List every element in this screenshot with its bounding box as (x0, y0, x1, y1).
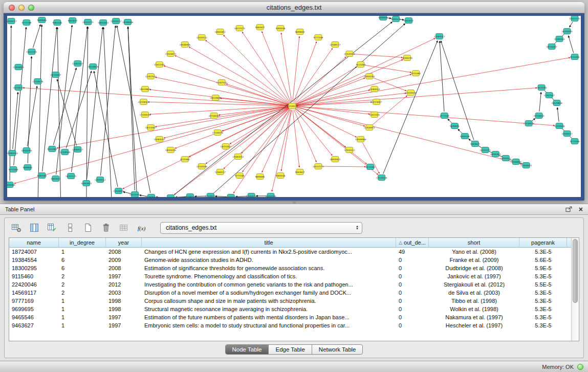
graph-node[interactable]: 18519826 (88, 64, 99, 70)
column-header-short[interactable]: short (429, 238, 519, 247)
network-canvas[interactable]: 1724957618724007193845541830029591154602… (7, 15, 581, 198)
graph-node[interactable]: 22420046 (554, 123, 565, 129)
table-row[interactable]: 1872400712008Changes of HCN gene express… (9, 248, 571, 256)
show-columns-icon[interactable] (28, 221, 41, 234)
graph-node[interactable]: 9699695 (378, 16, 388, 20)
graph-node[interactable]: 9777169 (570, 139, 580, 144)
delete-icon[interactable] (99, 221, 113, 234)
graph-node[interactable]: 19384554 (7, 150, 18, 156)
graph-node[interactable]: 20728104 (185, 194, 196, 198)
graph-node[interactable]: 14569117 (434, 34, 445, 39)
minimize-window-button[interactable] (18, 5, 25, 11)
graph-node[interactable]: 9777169 (9, 167, 18, 172)
graph-node[interactable]: 9777169 (440, 113, 449, 119)
table-mode-icon[interactable] (10, 221, 23, 234)
table-row[interactable]: 977716911998Corpus callosum shape and si… (9, 297, 571, 305)
graph-node[interactable]: 9115460 (365, 164, 375, 170)
graph-node[interactable]: 17249576 (524, 121, 535, 126)
graph-node[interactable]: 21926974 (364, 125, 375, 130)
column-header-title[interactable]: title (142, 238, 396, 247)
graph-node[interactable]: 16157275 (82, 19, 94, 25)
graph-node[interactable]: 9463627 (255, 25, 265, 30)
graph-node[interactable]: 18945822 (98, 20, 109, 26)
new-column-icon[interactable] (46, 221, 59, 234)
graph-node[interactable]: 9115460 (570, 54, 580, 60)
graph-node[interactable]: 18945822 (215, 29, 226, 35)
graph-node[interactable]: 9777169 (22, 20, 32, 26)
graph-node[interactable]: 11007547 (145, 74, 157, 79)
graph-node[interactable]: 14569117 (7, 18, 17, 24)
table-row[interactable]: 969969511998Structural magnetic resonanc… (9, 305, 571, 313)
graph-node[interactable]: 9463627 (51, 176, 61, 182)
graph-node[interactable]: 9463627 (68, 18, 77, 24)
scrollbar-thumb[interactable] (573, 239, 578, 303)
graph-node[interactable]: 20728104 (13, 85, 24, 91)
graph-node[interactable]: 9465546 (276, 173, 286, 179)
graph-node[interactable]: 9699695 (23, 165, 33, 170)
graph-node[interactable]: 19384554 (154, 137, 165, 142)
graph-node[interactable]: 18300295 (364, 74, 375, 79)
graph-node[interactable]: 15672591 (536, 85, 547, 91)
graph-node[interactable]: 16157275 (234, 26, 246, 31)
graph-node[interactable]: 15672591 (154, 62, 165, 68)
graph-node[interactable]: 9465546 (276, 26, 286, 31)
graph-node[interactable]: 20728104 (138, 99, 149, 105)
graph-node[interactable]: 12034512 (197, 35, 208, 40)
graph-node[interactable]: 16157275 (313, 164, 324, 169)
graph-node[interactable]: 21926974 (165, 51, 177, 57)
graph-node[interactable]: 9465546 (460, 134, 470, 139)
graph-node[interactable]: 17249576 (140, 112, 151, 118)
graph-node[interactable]: 16157275 (66, 173, 77, 179)
graph-node[interactable]: 18945822 (490, 151, 502, 157)
graph-node[interactable]: 19384554 (246, 193, 257, 198)
graph-node[interactable]: 17249576 (205, 193, 216, 198)
graph-node[interactable]: 17249576 (32, 79, 43, 84)
graph-node[interactable]: 11007547 (146, 194, 157, 198)
graph-node[interactable]: 21926974 (113, 188, 124, 194)
graph-node[interactable]: 12034512 (344, 147, 355, 153)
graph-node[interactable]: 9115460 (48, 146, 57, 152)
graph-node[interactable]: 18724007 (226, 194, 237, 198)
graph-node[interactable]: 22420046 (405, 90, 417, 96)
new-document-icon[interactable] (81, 221, 95, 234)
graph-node[interactable]: 9777169 (235, 173, 245, 179)
column-header-in_degree[interactable]: in_degree (59, 238, 106, 247)
graph-node[interactable]: 9699695 (450, 123, 460, 129)
graph-node[interactable]: 19506906 (180, 42, 191, 48)
graph-node[interactable]: 11007547 (216, 80, 228, 85)
table-row[interactable]: 946362711997Embryonic stem cells: a mode… (9, 321, 571, 330)
graph-node[interactable]: 14569117 (561, 131, 573, 137)
tab-edge-table[interactable]: Edge Table (268, 345, 311, 354)
graph-node[interactable]: 22420046 (344, 51, 355, 57)
graph-node[interactable]: 9463627 (470, 141, 480, 147)
graph-node[interactable]: 9777169 (314, 35, 323, 40)
table-panel-titlebar[interactable]: Table Panel × (0, 204, 588, 215)
graph-node[interactable]: 9115460 (356, 62, 365, 68)
tab-node-table[interactable]: Node Table (226, 345, 269, 354)
graph-node[interactable]: 9699695 (255, 174, 265, 180)
function-builder-icon[interactable]: f(x) (135, 221, 148, 234)
table-row[interactable]: 2242004622012Investigating the contribut… (9, 280, 571, 289)
table-row[interactable]: 946554611997Estimation of the future num… (9, 313, 571, 321)
graph-node[interactable]: 18519826 (551, 100, 562, 106)
graph-node[interactable]: 18300295 (402, 55, 413, 61)
graph-node[interactable]: 18724007 (221, 144, 232, 149)
graph-node[interactable]: 16157275 (480, 147, 491, 153)
graph-node[interactable]: 20728104 (209, 113, 220, 119)
graph-node[interactable]: 18945822 (330, 157, 341, 162)
graph-node[interactable]: 9115460 (180, 157, 190, 162)
graph-node[interactable]: 18945822 (81, 181, 92, 186)
table-scrollbar[interactable] (571, 238, 579, 341)
graph-node[interactable]: 18300295 (21, 148, 32, 154)
column-header-year[interactable]: year (106, 238, 142, 247)
column-header-pagerank[interactable]: pagerank (519, 238, 567, 247)
column-header-out_degree[interactable]: △out_de... (396, 238, 429, 247)
graph-node[interactable]: 21926974 (521, 163, 532, 168)
graph-node[interactable]: 9115460 (411, 71, 421, 76)
graph-node[interactable]: 22420046 (59, 149, 71, 155)
graph-node[interactable]: 18519826 (210, 95, 222, 101)
graph-node[interactable]: 12034512 (95, 177, 106, 183)
graph-node[interactable]: 14569117 (215, 169, 226, 175)
table-row[interactable]: 1830029562008Estimation of significance … (9, 264, 571, 272)
graph-node[interactable]: 11007547 (72, 61, 83, 67)
